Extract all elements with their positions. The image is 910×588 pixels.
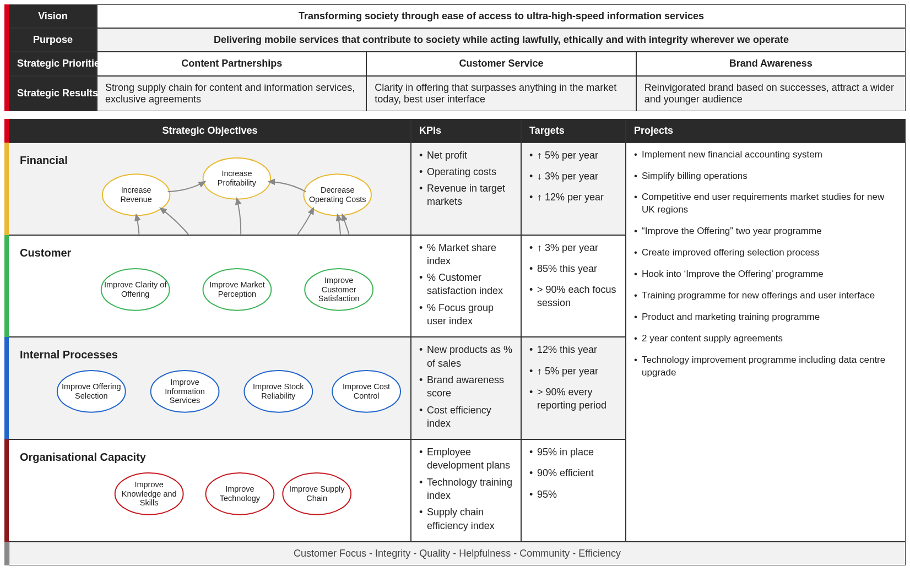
- targets-customer: ↑ 3% per year85% this year> 90% each foc…: [521, 235, 626, 337]
- objective-org3: Improve Supply Chain: [285, 476, 349, 511]
- list-item: % Customer satisfaction index: [419, 271, 513, 298]
- priority-3: Brand Awareness: [636, 52, 906, 76]
- header-targets: Targets: [521, 119, 626, 143]
- label-results: Strategic Results: [9, 76, 97, 111]
- list-item: Training programme for new offerings and…: [634, 290, 897, 302]
- stripe-internal: [4, 337, 9, 439]
- vision-text: Transforming society through ease of acc…: [97, 4, 906, 28]
- perspective-org-label: Organisational Capacity: [14, 444, 151, 470]
- list-item: Competitive end user requirements market…: [634, 191, 897, 216]
- objective-int3: Improve Stock Reliability: [246, 374, 310, 409]
- objective-int2: Improve Information Services: [153, 374, 217, 409]
- objective-cus1: Improve Clarity of Offering: [104, 272, 167, 307]
- result-2: Clarity in offering that surpasses anyth…: [366, 76, 636, 111]
- kpis-internal: New products as % of salesBrand awarenes…: [411, 337, 521, 439]
- objective-org1: Improve Knowledge and Skills: [117, 476, 181, 511]
- list-item: Supply chain efficiency index: [419, 505, 513, 532]
- list-item: Net profit: [419, 149, 513, 162]
- list-item: ↑ 3% per year: [529, 241, 618, 254]
- header-projects: Projects: [626, 119, 906, 143]
- list-item: 95%: [529, 488, 618, 501]
- priority-1: Content Partnerships: [97, 52, 366, 76]
- kpis-financial: Net profitOperating costsRevenue in targ…: [411, 143, 521, 235]
- top-stripe: [4, 4, 9, 111]
- label-vision: Vision: [9, 4, 97, 28]
- result-1: Strong supply chain for content and info…: [97, 76, 366, 111]
- result-3: Reinvigorated brand based on successes, …: [636, 76, 906, 111]
- targets-financial: ↑ 5% per year↓ 3% per year↑ 12% per year: [521, 143, 626, 235]
- objective-cus3: Improve Customer Satisfaction: [307, 272, 371, 307]
- targets-org: 95% in place90% efficient95%: [521, 439, 626, 542]
- list-item: Cost efficiency index: [419, 404, 513, 431]
- stripe-values: [4, 542, 9, 565]
- perspective-internal-label: Internal Processes: [14, 342, 123, 368]
- objective-fin2: Increase Profitability: [205, 161, 269, 195]
- objective-org2: Improve Technology: [208, 476, 272, 511]
- list-item: Product and marketing training programme: [634, 311, 897, 324]
- objective-int4: Improve Cost Control: [334, 374, 398, 409]
- objective-fin1: Increase Revenue: [105, 177, 168, 212]
- stripe-financial: [4, 143, 9, 235]
- list-item: “Improve the Offering” two year programm…: [634, 225, 897, 238]
- targets-internal: 12% this year↑ 5% per year> 90% every re…: [521, 337, 626, 439]
- kpis-org: Employee development plansTechnology tra…: [411, 439, 521, 542]
- list-item: 95% in place: [529, 445, 618, 459]
- priority-2: Customer Service: [366, 52, 636, 76]
- stripe-customer: [4, 235, 9, 337]
- list-item: > 90% every reporting period: [529, 385, 618, 412]
- list-item: Hook into ‘Improve the Offering’ program…: [634, 268, 897, 281]
- list-item: ↑ 5% per year: [529, 149, 618, 162]
- list-item: % Market share index: [419, 241, 513, 268]
- projects-cell: Implement new financial accounting syste…: [626, 143, 906, 542]
- list-item: Technology training index: [419, 476, 513, 503]
- stripe-org: [4, 439, 9, 542]
- header-objectives: Strategic Objectives: [9, 119, 411, 143]
- list-item: > 90% each focus session: [529, 283, 618, 310]
- perspective-financial-label: Financial: [14, 148, 73, 173]
- perspective-customer-label: Customer: [14, 240, 77, 266]
- list-item: ↑ 12% per year: [529, 190, 618, 204]
- list-item: % Focus group user index: [419, 301, 513, 328]
- row-values: Customer Focus - Integrity - Quality - H…: [4, 542, 906, 565]
- values-text: Customer Focus - Integrity - Quality - H…: [9, 542, 906, 565]
- header-stripe: [4, 119, 9, 143]
- kpis-customer: % Market share index% Customer satisfact…: [411, 235, 521, 337]
- list-item: Revenue in target markets: [419, 182, 513, 209]
- list-item: 12% this year: [529, 343, 618, 356]
- header-kpis: KPIs: [411, 119, 521, 143]
- list-item: ↑ 5% per year: [529, 364, 618, 378]
- objective-int1: Improve Offering Selection: [59, 374, 123, 409]
- objective-cus2: Improve Market Perception: [205, 272, 269, 307]
- top-summary-table: Vision Transforming society through ease…: [4, 4, 906, 111]
- purpose-text: Delivering mobile services that contribu…: [97, 28, 906, 52]
- list-item: 85% this year: [529, 262, 618, 275]
- list-item: Operating costs: [419, 165, 513, 178]
- label-priorities: Strategic Priorities: [9, 52, 97, 76]
- list-item: 2 year content supply agreements: [634, 333, 897, 345]
- list-item: Create improved offering selection proce…: [634, 247, 897, 259]
- row-financial: Financial Increase RevenueIncrease Profi…: [4, 143, 906, 235]
- list-item: Technology improvement programme includi…: [634, 354, 897, 379]
- list-item: New products as % of sales: [419, 343, 513, 370]
- strategy-map-table: Strategic Objectives KPIs Targets Projec…: [4, 119, 906, 565]
- objective-fin3: Decrease Operating Costs: [306, 177, 369, 212]
- list-item: ↓ 3% per year: [529, 170, 618, 183]
- list-item: Implement new financial accounting syste…: [634, 149, 897, 161]
- list-item: Employee development plans: [419, 445, 513, 472]
- label-purpose: Purpose: [9, 28, 97, 52]
- list-item: Simplify billing operations: [634, 170, 897, 183]
- list-item: Brand awareness score: [419, 373, 513, 400]
- list-item: 90% efficient: [529, 466, 618, 480]
